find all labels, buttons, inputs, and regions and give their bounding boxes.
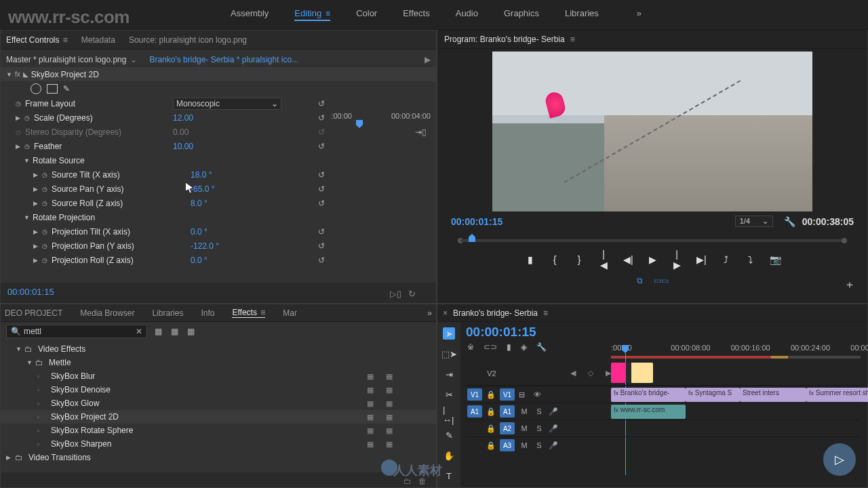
twirl-down-icon[interactable]: ▼ (16, 346, 22, 352)
panel-menu-icon[interactable]: ≡ (543, 308, 548, 318)
toggle-vr-icon[interactable]: ▭▭ (654, 276, 669, 285)
effect-bypass-icon[interactable]: ◣ (23, 70, 28, 78)
src-roll-value[interactable]: 8.0 ° (191, 199, 208, 208)
32bit-badge-icon[interactable]: ▦ (169, 327, 180, 336)
stopwatch-icon[interactable]: ◷ (42, 200, 49, 207)
target-a3[interactable]: A3 (500, 439, 515, 451)
program-tc-current[interactable]: 00:00:01:15 (451, 216, 502, 227)
solo-button[interactable]: S (534, 441, 545, 449)
type-tool[interactable]: T (443, 470, 455, 482)
comparison-view-icon[interactable]: ⧉ (637, 276, 643, 285)
twirl-right-icon[interactable]: ▶ (16, 143, 22, 150)
tab-libraries[interactable]: Libraries (152, 308, 183, 318)
add-marker-button[interactable]: ▮ (526, 254, 535, 265)
tree-folder-mettle[interactable]: ▼🗀Mettle (1, 356, 436, 369)
stopwatch-icon[interactable]: ◷ (16, 100, 22, 107)
twirl-right-icon[interactable]: ▶ (33, 257, 40, 264)
twirl-right-icon[interactable]: ▶ (33, 243, 40, 249)
settings-wrench-icon[interactable]: 🔧 (784, 216, 795, 227)
target-a2[interactable]: A2 (500, 422, 515, 434)
program-video[interactable] (492, 52, 812, 211)
search-input[interactable] (24, 327, 133, 336)
fx-badge[interactable]: fx (15, 70, 20, 78)
tab-info[interactable]: Info (201, 308, 214, 318)
clip-v1-4[interactable]: fx Summer resort shot (806, 388, 868, 402)
mute-button[interactable]: M (519, 407, 530, 415)
go-to-in-button[interactable]: |◀ (599, 249, 608, 270)
mask-rect-icon[interactable] (47, 84, 58, 94)
tree-folder-video-effects[interactable]: ▼🗀Video Effects (1, 342, 436, 356)
stopwatch-icon[interactable]: ◷ (42, 243, 49, 249)
effect-skybox-glow[interactable]: ▫SkyBox Glow▦▦ (1, 396, 436, 410)
reset-icon[interactable]: ↺ (318, 199, 325, 208)
reset-icon[interactable]: ↺ (318, 170, 325, 180)
effects-search[interactable]: 🔍 ✕ (6, 325, 147, 338)
menu-icon[interactable]: ≡ (326, 9, 330, 18)
loop-icon[interactable]: ↻ (408, 289, 416, 299)
panel-menu-icon[interactable]: ≡ (260, 308, 265, 317)
ws-effects[interactable]: Effects (403, 8, 430, 21)
twirl-right-icon[interactable]: ▶ (33, 200, 40, 207)
mark-in-button[interactable]: { (550, 254, 559, 265)
twirl-down-icon[interactable]: ▼ (24, 157, 31, 164)
scale-value[interactable]: 12.00 (173, 113, 193, 123)
ws-assembly[interactable]: Assembly (231, 8, 269, 21)
stopwatch-icon[interactable]: ◷ (24, 143, 31, 150)
effect-skybox-sharpen[interactable]: ▫SkyBox Sharpen▦▦ (1, 437, 436, 451)
ws-editing[interactable]: Editing≡ (294, 8, 330, 21)
tab-project[interactable]: DEO PROJECT (5, 308, 62, 318)
clip-v1-1[interactable]: fx Branko's bridge- (611, 388, 686, 402)
toggle-output-icon[interactable]: 👁 (534, 390, 545, 399)
go-to-out-button[interactable]: ▶| (696, 254, 706, 265)
extract-button[interactable]: ⤵ (745, 254, 755, 265)
razor-tool[interactable]: ✂ (443, 388, 455, 401)
prev-keyframe-icon[interactable]: ◀ (570, 369, 576, 378)
proj-tilt-value[interactable]: 0.0 ° (191, 227, 208, 237)
proj-roll-value[interactable]: 0.0 ° (191, 256, 208, 265)
feather-value[interactable]: 10.00 (173, 142, 193, 151)
hand-tool[interactable]: ✋ (443, 449, 455, 462)
scrub-playhead[interactable] (469, 234, 475, 242)
clip-a1-1[interactable]: fx www.rr-sc.com (611, 405, 686, 419)
twirl-right-icon[interactable]: ▶ (6, 454, 13, 461)
effect-name[interactable]: SkyBox Project 2D (31, 70, 99, 79)
snap-icon[interactable]: ※ (467, 342, 474, 352)
export-frame-button[interactable]: 📷 (770, 254, 779, 265)
track-label-v2[interactable]: V2 (486, 369, 497, 378)
tree-folder-video-transitions[interactable]: ▶🗀Video Transitions (1, 451, 436, 464)
tab-effect-controls[interactable]: Effect Controls ≡ (6, 35, 68, 45)
twirl-down-icon[interactable]: ▼ (24, 214, 31, 221)
ws-color[interactable]: Color (356, 8, 377, 21)
mute-button[interactable]: M (519, 424, 530, 432)
slip-tool[interactable]: |↔| (443, 409, 455, 421)
sequence-markers-icon[interactable]: ◈ (521, 342, 527, 352)
ec-master-clip[interactable]: Master * pluralsight icon logo.png (6, 55, 126, 64)
lift-button[interactable]: ⤴ (721, 254, 730, 265)
play-arrow-icon[interactable]: ▶ (425, 55, 431, 64)
tab-source[interactable]: Source: pluralsight icon logo.png (129, 35, 247, 45)
twirl-down-icon[interactable]: ▼ (6, 71, 13, 78)
next-keyframe-icon[interactable]: ▶ (606, 369, 611, 378)
play-button[interactable]: ▶ (648, 254, 657, 265)
twirl-right-icon[interactable]: ▶ (33, 228, 40, 235)
reset-icon[interactable]: ↺ (318, 99, 325, 108)
clear-search-icon[interactable]: ✕ (136, 327, 142, 336)
ws-graphics[interactable]: Graphics (504, 8, 539, 21)
target-a1[interactable]: A1 (500, 405, 515, 418)
button-editor-icon[interactable]: ＋ (844, 278, 855, 292)
stopwatch-icon[interactable]: ◷ (42, 228, 49, 235)
panel-menu-icon[interactable]: ≡ (570, 35, 575, 44)
reset-icon[interactable]: ↺ (318, 227, 325, 237)
selection-tool[interactable]: ➤ (443, 327, 455, 340)
add-marker-icon[interactable]: ▮ (507, 342, 511, 352)
lock-icon[interactable]: 🔒 (486, 407, 496, 416)
twirl-right-icon[interactable]: ▶ (33, 171, 40, 178)
mask-pen-icon[interactable]: ✎ (63, 84, 70, 94)
src-tilt-value[interactable]: 18.0 ° (191, 170, 212, 180)
close-sequence-icon[interactable]: × (443, 308, 448, 318)
zoom-select[interactable]: 1/4⌄ (735, 216, 773, 227)
mark-out-button[interactable]: } (574, 254, 584, 265)
source-patch-a1[interactable]: A1 (467, 405, 482, 418)
solo-button[interactable]: S (534, 407, 545, 415)
mask-ellipse-icon[interactable] (31, 83, 41, 94)
